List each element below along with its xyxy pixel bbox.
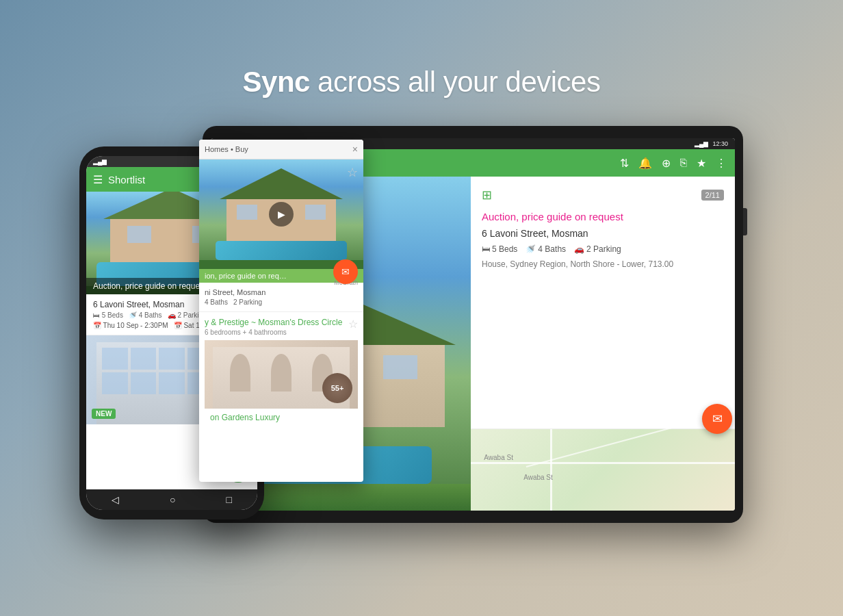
popup-email-btn[interactable]: ✉ — [333, 259, 358, 284]
phone-baths: 🚿 4 Baths — [129, 311, 162, 319]
headline-rest: across all your devices — [310, 66, 601, 98]
popup-pool — [216, 241, 347, 260]
popup-listing2-title-group: y & Prestige ~ Mosman's Dress Circle 6 b… — [205, 318, 342, 336]
phone-back-btn[interactable]: ◁ — [112, 494, 119, 505]
map-label-1: Awaba St — [484, 454, 513, 461]
tablet-star-icon[interactable]: ★ — [697, 157, 706, 170]
popup-property-img: ☆ ▶ — [199, 159, 363, 269]
headline: Sync across all your devices — [243, 66, 601, 99]
popup-overlay: Homes • Buy × ☆ ▶ ion, price guide on re… — [199, 140, 363, 482]
phone-beds: 🛏 5 Beds — [93, 311, 123, 319]
phone-inspection-1: 📅 Thu 10 Sep - 2:30PM — [93, 322, 168, 329]
tablet-listing-header: ⊞ 2/11 — [482, 188, 724, 203]
win — [159, 372, 185, 394]
map-road-vertical — [550, 429, 552, 511]
win — [159, 348, 185, 370]
popup-roof — [220, 168, 343, 199]
arch-1 — [230, 354, 250, 392]
popup-parking: 2 Parking — [233, 298, 262, 306]
beds-label: 5 Beds — [492, 244, 517, 254]
win — [102, 348, 128, 370]
phone-signal: ▂▄▆ — [93, 158, 107, 165]
win — [131, 348, 157, 370]
popup-listing3-title: on Gardens Luxury — [205, 409, 358, 422]
win — [102, 372, 128, 394]
tablet-listing-price: Auction, price guide on request — [482, 211, 724, 222]
tablet-power-btn — [743, 208, 747, 235]
phone-nav-bar: ◁ ○ □ — [86, 489, 257, 510]
bed-icon: 🛏 — [482, 244, 490, 254]
popup-listing2-img: 55+ — [205, 340, 358, 409]
tablet-listing-panel: ⊞ 2/11 Auction, price guide on request 6… — [471, 177, 735, 511]
email-fab[interactable]: ✉ — [702, 404, 732, 434]
popup-listing2-header: y & Prestige ~ Mosman's Dress Circle 6 b… — [205, 318, 358, 336]
window-right — [383, 355, 417, 379]
popup-listing2-title: y & Prestige ~ Mosman's Dress Circle — [205, 318, 342, 327]
devices-container: ▂▄▆ 12:30 ☰ Map area ⇅ 🔔 ⊕ ⎘ ★ ⋮ — [79, 126, 764, 550]
car-icon: 🚗 — [574, 244, 584, 254]
tablet-listing-address: 6 Lavoni Street, Mosman — [482, 228, 724, 239]
tablet-map[interactable]: Awaba St Awaba St — [471, 428, 735, 511]
phone-recent-btn[interactable]: □ — [226, 494, 232, 505]
popup-baths: 4 Baths — [205, 298, 228, 306]
beds-feature: 🛏 5 Beds — [482, 244, 517, 254]
tablet-search-icon[interactable]: ⊕ — [662, 157, 671, 170]
win — [131, 372, 157, 394]
popup-win-r — [305, 205, 326, 220]
tablet-signal: ▂▄▆ — [695, 140, 708, 147]
page-counter: 2/11 — [701, 190, 724, 201]
baths-feature: 🚿 4 Baths — [526, 244, 566, 254]
popup-star2-icon[interactable]: ☆ — [348, 318, 358, 331]
popup-close-btn[interactable]: × — [352, 144, 358, 155]
popup-play-btn[interactable]: ▶ — [269, 202, 294, 227]
tablet-more-icon[interactable]: ⋮ — [716, 157, 727, 170]
arch-2 — [271, 354, 291, 392]
phone-home-btn[interactable]: ○ — [170, 494, 175, 505]
tablet-sort-icon[interactable]: ⇅ — [620, 157, 629, 170]
headline-bold: Sync — [243, 66, 310, 98]
phone-price-text: Auction, price guide on request — [93, 281, 206, 291]
popup-header: Homes • Buy × — [199, 140, 363, 159]
tablet-notify-icon[interactable]: 🔔 — [638, 157, 652, 170]
popup-win-l — [237, 205, 257, 220]
map-road-horizontal — [471, 462, 735, 464]
tablet-time: 12:30 — [712, 140, 728, 147]
tablet-listing-info: ⊞ 2/11 Auction, price guide on request 6… — [471, 177, 735, 428]
parking-feature: 🚗 2 Parking — [574, 244, 621, 254]
new-badge: NEW — [92, 409, 116, 419]
baths-label: 4 Baths — [538, 244, 566, 254]
popup-listing2-subtitle: 6 bedrooms + 4 bathrooms — [205, 329, 342, 336]
map-road-diagonal — [526, 425, 679, 467]
popup-listing-details: ni Street, Mosman 4 Baths 2 Parking — [199, 283, 363, 311]
parking-label: 2 Parking — [586, 244, 621, 254]
badge-circle: 55+ — [322, 373, 352, 403]
map-label-2: Awaba St — [523, 474, 553, 481]
popup-star-icon[interactable]: ☆ — [347, 165, 358, 180]
bath-icon: 🚿 — [526, 244, 536, 254]
popup-breadcrumb: Homes • Buy — [205, 145, 248, 153]
tablet-topbar-right: ⇅ 🔔 ⊕ ⎘ ★ ⋮ — [620, 157, 727, 170]
phone-menu-icon[interactable]: ☰ — [93, 173, 103, 186]
popup-address: ni Street, Mosman — [205, 288, 358, 296]
tablet-share-icon[interactable]: ⎘ — [680, 157, 687, 169]
phone-window-l — [127, 226, 151, 243]
tablet-listing-features: 🛏 5 Beds 🚿 4 Baths 🚗 2 Parking — [482, 244, 724, 254]
popup-listing-2[interactable]: y & Prestige ~ Mosman's Dress Circle 6 b… — [199, 311, 363, 428]
tablet-listing-type: House, Sydney Region, North Shore - Lowe… — [482, 259, 724, 269]
tablet-grid-icon[interactable]: ⊞ — [482, 188, 492, 203]
popup-features: 4 Baths 2 Parking — [205, 298, 358, 306]
